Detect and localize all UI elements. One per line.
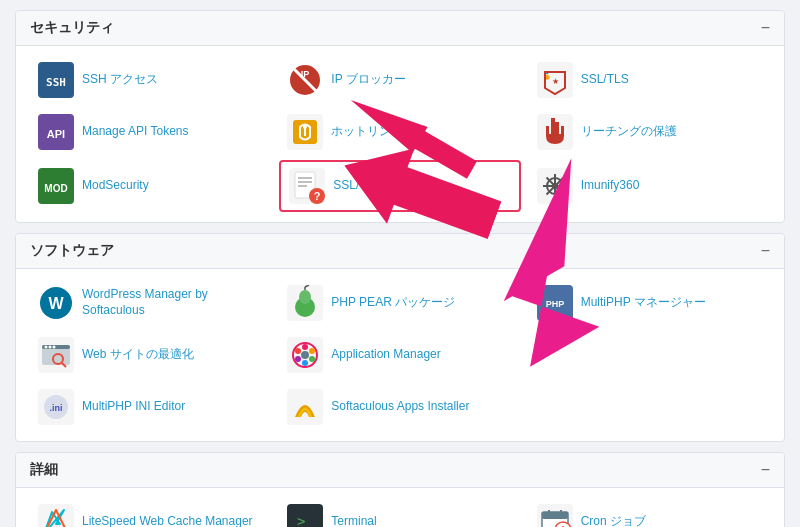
wordpress-label: WordPress Manager by Softaculous [82,287,263,318]
hotlink-label: ホットリンク保護 [331,124,427,140]
web-optimize-label: Web サイトの最適化 [82,347,194,363]
svg-text:★: ★ [551,77,558,86]
app-manager-icon [287,337,323,373]
cron-label: Cron ジョブ [581,514,646,527]
api-tokens-icon: API [38,114,74,150]
details-toggle[interactable]: − [761,462,770,478]
web-optimize-item[interactable]: Web サイトの最適化 [30,331,271,379]
wordpress-item[interactable]: W WordPress Manager by Softaculous [30,279,271,327]
details-title: 詳細 [30,461,58,479]
api-tokens-item[interactable]: API Manage API Tokens [30,108,271,156]
ssh-icon: SSH [38,62,74,98]
ssh-item[interactable]: SSH SSH アクセス [30,56,271,104]
cron-icon [537,504,573,527]
ssl-status-icon: ? [289,168,325,204]
security-title: セキュリティ [30,19,114,37]
ssl-status-label: SSL/TLS Status [333,178,418,194]
imunify-icon [537,168,573,204]
details-header: 詳細 − [16,453,784,488]
svg-point-13 [303,125,307,129]
svg-point-44 [49,346,52,349]
svg-point-51 [309,348,315,354]
details-body: LiteSpeed Web Cache Manager >_ Terminal [16,488,784,527]
svg-rect-68 [542,512,568,519]
svg-point-53 [302,360,308,366]
svg-text:MOD: MOD [44,183,67,194]
multiphp-manager-icon: PHP [537,285,573,321]
svg-text:PHP: PHP [545,299,564,309]
litespeed-icon [38,504,74,527]
svg-text:API: API [47,128,65,140]
web-optimize-icon [38,337,74,373]
php-pear-icon [287,285,323,321]
svg-text:SSH: SSH [46,76,66,89]
multiphp-ini-icon: .ini [38,389,74,425]
multiphp-ini-item[interactable]: .ini MultiPHP INI Editor [30,383,271,431]
reaching-label: リーチングの保護 [581,124,677,140]
ip-blocker-item[interactable]: IP IP ブロッカー [279,56,520,104]
hotlink-item[interactable]: ホットリンク保護 [279,108,520,156]
svg-text:W: W [48,295,64,312]
imunify-item[interactable]: Imunify360 [529,160,770,212]
modsecurity-item[interactable]: MOD ModSecurity [30,160,271,212]
details-section: 詳細 − LiteSpeed Web Cache Manager [15,452,785,527]
api-tokens-label: Manage API Tokens [82,124,189,140]
multiphp-ini-label: MultiPHP INI Editor [82,399,185,415]
empty-slot-1 [529,331,770,379]
security-body: SSH SSH アクセス IP IP ブロッカー [16,46,784,222]
software-title: ソフトウェア [30,242,114,260]
litespeed-label: LiteSpeed Web Cache Manager [82,514,253,527]
software-section: ソフトウェア − W WordPress Manager by Softacul… [15,233,785,442]
security-header: セキュリティ − [16,11,784,46]
modsecurity-icon: MOD [38,168,74,204]
software-body: W WordPress Manager by Softaculous [16,269,784,441]
wordpress-icon: W [38,285,74,321]
terminal-label: Terminal [331,514,376,527]
cron-item[interactable]: Cron ジョブ [529,498,770,527]
ip-blocker-label: IP ブロッカー [331,72,405,88]
softaculous-item[interactable]: Softaculous Apps Installer [279,383,520,431]
php-pear-label: PHP PEAR パッケージ [331,295,455,311]
ssl-tls-item[interactable]: 🏅 ★ SSL/TLS [529,56,770,104]
litespeed-item[interactable]: LiteSpeed Web Cache Manager [30,498,271,527]
svg-point-56 [301,351,309,359]
svg-text:>_: >_ [297,513,314,527]
app-manager-label: Application Manager [331,347,440,363]
softaculous-label: Softaculous Apps Installer [331,399,469,415]
multiphp-manager-item[interactable]: PHP MultiPHP マネージャー [529,279,770,327]
softaculous-icon [287,389,323,425]
security-toggle[interactable]: − [761,20,770,36]
reaching-icon [537,114,573,150]
svg-point-55 [295,348,301,354]
modsecurity-label: ModSecurity [82,178,149,194]
svg-text:?: ? [314,190,321,202]
reaching-item[interactable]: リーチングの保護 [529,108,770,156]
svg-point-43 [45,346,48,349]
ip-blocker-icon: IP [287,62,323,98]
ssh-label: SSH アクセス [82,72,158,88]
security-section: セキュリティ − SSH SSH アクセス [15,10,785,223]
app-manager-item[interactable]: Application Manager [279,331,520,379]
svg-point-52 [309,356,315,362]
svg-text:.ini: .ini [50,403,63,413]
svg-point-30 [552,183,558,189]
ssl-tls-label: SSL/TLS [581,72,629,88]
software-header: ソフトウェア − [16,234,784,269]
svg-point-35 [299,290,311,304]
terminal-item[interactable]: >_ Terminal [279,498,520,527]
svg-point-54 [295,356,301,362]
multiphp-manager-label: MultiPHP マネージャー [581,295,706,311]
php-pear-item[interactable]: PHP PEAR パッケージ [279,279,520,327]
imunify-label: Imunify360 [581,178,640,194]
terminal-icon: >_ [287,504,323,527]
page-wrapper: セキュリティ − SSH SSH アクセス [0,0,800,527]
svg-point-45 [53,346,56,349]
software-toggle[interactable]: − [761,243,770,259]
hotlink-icon [287,114,323,150]
ssl-status-item[interactable]: ? SSL/TLS Status [279,160,520,212]
svg-point-50 [302,344,308,350]
ssl-tls-icon: 🏅 ★ [537,62,573,98]
